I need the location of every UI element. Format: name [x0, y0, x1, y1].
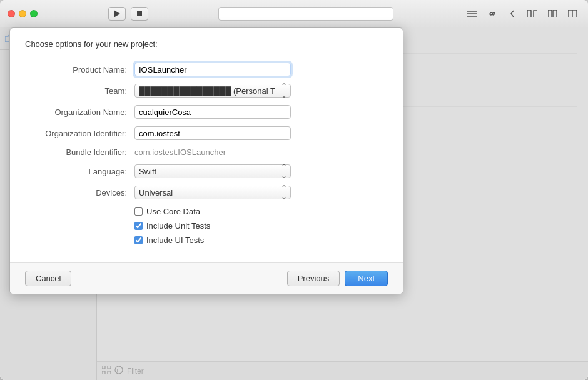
devices-row: Devices: Universal iPhone iPad ⌃⌄: [25, 186, 388, 199]
team-select-wrapper: ████████████████ (Personal Team) ⌃⌄: [134, 84, 291, 98]
svg-rect-1: [137, 11, 142, 16]
org-id-control: [134, 126, 388, 140]
ui-tests-checkbox[interactable]: [134, 236, 143, 244]
list-view-icon[interactable]: [464, 7, 480, 21]
split-view-icon[interactable]: [524, 7, 540, 21]
language-select[interactable]: Swift Objective-C: [134, 164, 291, 178]
link-icon[interactable]: [484, 7, 500, 21]
team-row: Team: ████████████████ (Personal Team) ⌃…: [25, 84, 388, 98]
product-name-label: Product Name:: [25, 65, 134, 74]
next-button[interactable]: Next: [345, 271, 388, 286]
previous-button[interactable]: Previous: [287, 271, 340, 286]
unit-tests-label-text: Include Unit Tests: [146, 221, 210, 231]
dialog-header: Choose options for your new project:: [10, 28, 403, 56]
org-name-label: Organization Name:: [25, 108, 134, 117]
dialog-body: Product Name: Team: ████████████████ (Pe…: [10, 56, 403, 262]
svg-rect-6: [534, 10, 537, 18]
devices-select-wrapper: Universal iPhone iPad ⌃⌄: [134, 186, 291, 199]
close-button[interactable]: [8, 10, 15, 18]
ui-tests-row: Include UI Tests: [25, 236, 388, 245]
org-name-input[interactable]: [134, 105, 291, 119]
core-data-checkbox[interactable]: [134, 208, 143, 216]
core-data-label-text: Use Core Data: [146, 207, 200, 216]
traffic-lights: [8, 10, 38, 18]
cancel-button[interactable]: Cancel: [25, 271, 71, 286]
product-name-control: [134, 62, 388, 76]
dialog-footer: Cancel Previous Next: [10, 262, 403, 294]
stop-button[interactable]: [131, 7, 148, 21]
team-label: Team:: [25, 86, 134, 96]
back-icon[interactable]: [504, 7, 520, 21]
svg-marker-0: [114, 10, 120, 18]
ui-tests-label-text: Include UI Tests: [146, 236, 204, 245]
core-data-row: Use Core Data: [25, 207, 388, 216]
devices-select[interactable]: Universal iPhone iPad: [134, 186, 291, 199]
devices-control: Universal iPhone iPad ⌃⌄: [134, 186, 388, 199]
product-name-row: Product Name:: [25, 62, 388, 76]
version-editor-icon[interactable]: [564, 7, 580, 21]
title-search-input[interactable]: [218, 7, 393, 21]
org-id-label: Organization Identifier:: [25, 129, 134, 138]
svg-rect-5: [527, 10, 531, 18]
bundle-id-value: com.iostest.IOSLauncher: [134, 148, 226, 157]
team-select[interactable]: ████████████████ (Personal Team): [134, 84, 291, 98]
language-label: Language:: [25, 167, 134, 176]
product-name-input[interactable]: [134, 62, 291, 76]
play-button[interactable]: [108, 7, 126, 21]
dialog-title: Choose options for your new project:: [25, 39, 158, 49]
toolbar-right: [464, 7, 580, 21]
minimize-button[interactable]: [19, 10, 26, 18]
language-control: Swift Objective-C ⌃⌄: [134, 164, 388, 178]
org-id-input[interactable]: [134, 126, 291, 140]
svg-rect-7: [548, 10, 552, 18]
maximize-button[interactable]: [30, 10, 38, 18]
svg-rect-8: [553, 10, 557, 18]
main-window: ction lass – A Cocoa lass – A class it t…: [0, 0, 588, 380]
main-area: ction lass – A Cocoa lass – A class it t…: [0, 28, 588, 380]
org-name-control: [134, 105, 388, 119]
footer-right: Previous Next: [287, 271, 388, 286]
team-control: ████████████████ (Personal Team) ⌃⌄: [134, 84, 388, 98]
language-row: Language: Swift Objective-C ⌃⌄: [25, 164, 388, 178]
language-select-wrapper: Swift Objective-C ⌃⌄: [134, 164, 291, 178]
org-name-row: Organization Name:: [25, 105, 388, 119]
assistant-icon[interactable]: [544, 7, 560, 21]
org-id-row: Organization Identifier:: [25, 126, 388, 140]
bundle-id-control: com.iostest.IOSLauncher: [134, 148, 388, 157]
bundle-id-label: Bundle Identifier:: [25, 148, 134, 157]
ui-tests-checkbox-label[interactable]: Include UI Tests: [134, 236, 204, 245]
dialog-overlay: Choose options for your new project: Pro…: [0, 28, 588, 380]
unit-tests-checkbox[interactable]: [134, 222, 143, 230]
titlebar: [0, 0, 588, 28]
new-project-dialog: Choose options for your new project: Pro…: [9, 28, 403, 294]
core-data-checkbox-label[interactable]: Use Core Data: [134, 207, 200, 216]
unit-tests-row: Include Unit Tests: [25, 221, 388, 231]
bundle-id-row: Bundle Identifier: com.iostest.IOSLaunch…: [25, 148, 388, 157]
devices-label: Devices:: [25, 188, 134, 198]
unit-tests-checkbox-label[interactable]: Include Unit Tests: [134, 221, 210, 231]
